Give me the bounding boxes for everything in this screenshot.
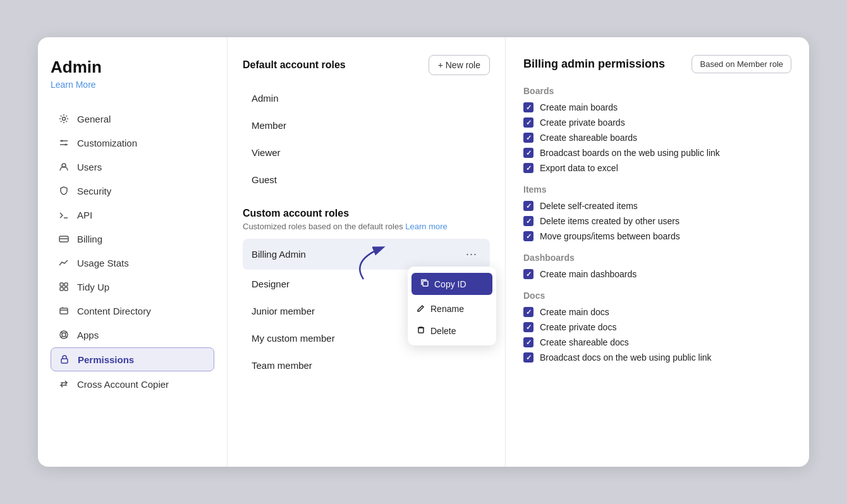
checkbox-checked[interactable] — [523, 322, 533, 332]
svg-point-4 — [65, 144, 67, 146]
sidebar-item-security[interactable]: Security — [51, 179, 214, 202]
checkbox-checked[interactable] — [523, 117, 533, 128]
perm-item-label: Create private boards — [540, 117, 625, 128]
checkbox-checked[interactable] — [523, 269, 533, 279]
trash-icon — [417, 325, 425, 336]
sidebar-item-apps[interactable]: Apps — [51, 323, 214, 346]
custom-learn-more-link[interactable]: Learn more — [405, 222, 447, 231]
perm-item: Delete items created by other users — [523, 216, 791, 226]
sidebar-item-general[interactable]: General — [51, 107, 214, 130]
checkbox-checked[interactable] — [523, 231, 533, 241]
perm-group-boards: Boards Create main boards Create private… — [523, 86, 791, 173]
perm-item: Export data to excel — [523, 163, 791, 173]
custom-role-label: Designer — [252, 279, 289, 289]
checkbox-checked[interactable] — [523, 148, 533, 158]
checkbox-checked[interactable] — [523, 307, 533, 317]
perm-item-label: Export data to excel — [540, 163, 618, 173]
perm-item-label: Broadcast docs on the web using public l… — [540, 352, 712, 363]
rename-icon — [417, 303, 425, 314]
sidebar-item-api[interactable]: API — [51, 203, 214, 226]
sidebar-item-customization[interactable]: Customization — [51, 131, 214, 154]
directory-icon — [58, 305, 70, 316]
default-role-member[interactable]: Member — [243, 112, 490, 138]
perm-item-label: Create main boards — [540, 102, 618, 112]
svg-rect-11 — [64, 287, 68, 291]
svg-rect-9 — [64, 283, 68, 286]
svg-rect-21 — [423, 281, 428, 286]
checkbox-checked[interactable] — [523, 133, 533, 143]
checkbox-checked[interactable] — [523, 352, 533, 363]
default-role-guest[interactable]: Guest — [243, 167, 490, 193]
gear-icon — [58, 113, 70, 124]
perm-item-label: Delete items created by other users — [540, 216, 679, 226]
default-role-admin[interactable]: Admin — [243, 85, 490, 111]
sidebar-item-content-directory[interactable]: Content Directory — [51, 299, 214, 322]
custom-roles-subtitle: Customized roles based on the default ro… — [243, 222, 490, 231]
sidebar-nav: General Customization Users Security API… — [51, 107, 214, 395]
perm-item: Create private docs — [523, 322, 791, 332]
svg-rect-10 — [60, 287, 63, 291]
roles-panel: Default account roles + New role AdminMe… — [228, 37, 506, 467]
new-role-button[interactable]: + New role — [429, 55, 490, 75]
perm-item: Create main boards — [523, 102, 791, 112]
custom-roles-title: Custom account roles — [243, 208, 490, 219]
sidebar-item-label: API — [77, 210, 92, 220]
sidebar-item-tidy-up[interactable]: Tidy Up — [51, 275, 214, 298]
shield-icon — [58, 185, 70, 196]
svg-point-13 — [62, 333, 66, 337]
sidebar-item-label: Permissions — [78, 354, 134, 365]
custom-role-label: Team member — [252, 360, 312, 371]
main-content: Default account roles + New role AdminMe… — [228, 37, 809, 467]
three-dots-button[interactable]: ··· — [462, 246, 481, 262]
checkbox-checked[interactable] — [523, 201, 533, 211]
main-card: Admin Learn More General Customization U… — [38, 37, 809, 467]
checkbox-checked[interactable] — [523, 337, 533, 347]
apps-icon — [58, 329, 70, 340]
perm-item: Move groups/items between boards — [523, 231, 791, 241]
custom-role-billing-admin[interactable]: Billing Admin ··· Copy ID — [243, 239, 490, 270]
checkbox-checked[interactable] — [523, 216, 533, 226]
perm-section-title: Boards — [523, 86, 791, 96]
checkbox-checked[interactable] — [523, 102, 533, 112]
perm-section-title: Dashboards — [523, 253, 791, 263]
role-dropdown-menu: Copy ID Rename Delete — [408, 267, 496, 345]
sidebar-item-label: General — [77, 114, 111, 124]
user-icon — [58, 161, 70, 172]
perm-item-label: Create main docs — [540, 307, 609, 317]
perm-group-dashboards: Dashboards Create main dashboards — [523, 253, 791, 279]
sidebar-item-users[interactable]: Users — [51, 155, 214, 178]
perm-item-label: Create shareable docs — [540, 337, 629, 347]
perm-item-label: Create shareable boards — [540, 133, 637, 143]
sidebar: Admin Learn More General Customization U… — [38, 37, 228, 467]
perm-item: Create private boards — [523, 117, 791, 128]
default-role-viewer[interactable]: Viewer — [243, 140, 490, 165]
perm-item-label: Move groups/items between boards — [540, 231, 680, 241]
perm-item-label: Delete self-created items — [540, 201, 638, 211]
svg-point-0 — [63, 117, 66, 121]
perm-item: Create shareable boards — [523, 133, 791, 143]
sidebar-item-permissions[interactable]: Permissions — [51, 347, 214, 371]
perm-item: Create main dashboards — [523, 269, 791, 279]
sidebar-item-label: Security — [77, 186, 111, 196]
perm-item: Create shareable docs — [523, 337, 791, 347]
custom-role-team-member[interactable]: Team member — [243, 352, 490, 378]
checkbox-checked[interactable] — [523, 163, 533, 173]
sidebar-item-label: Customization — [77, 138, 137, 148]
sidebar-item-billing[interactable]: Billing — [51, 227, 214, 250]
custom-role-label: My custom member — [252, 333, 335, 344]
sidebar-item-label: Apps — [77, 330, 99, 340]
svg-point-3 — [61, 140, 63, 142]
sidebar-item-usage-stats[interactable]: Usage Stats — [51, 251, 214, 274]
permissions-header: Billing admin permissions Based on Membe… — [523, 55, 791, 73]
permissions-panel: Billing admin permissions Based on Membe… — [506, 37, 809, 467]
lock-icon — [59, 354, 70, 365]
custom-roles-list: Billing Admin ··· Copy ID — [243, 239, 490, 378]
perm-item: Broadcast boards on the web using public… — [523, 148, 791, 158]
sidebar-item-cross-account-copier[interactable]: Cross Account Copier — [51, 373, 214, 395]
sidebar-item-label: Cross Account Copier — [77, 379, 169, 390]
copy-id-button[interactable]: Copy ID — [411, 273, 492, 295]
delete-button[interactable]: Delete — [408, 320, 496, 342]
learn-more-link[interactable]: Learn More — [51, 80, 214, 90]
based-on-button[interactable]: Based on Member role — [692, 55, 791, 73]
rename-button[interactable]: Rename — [408, 297, 496, 320]
